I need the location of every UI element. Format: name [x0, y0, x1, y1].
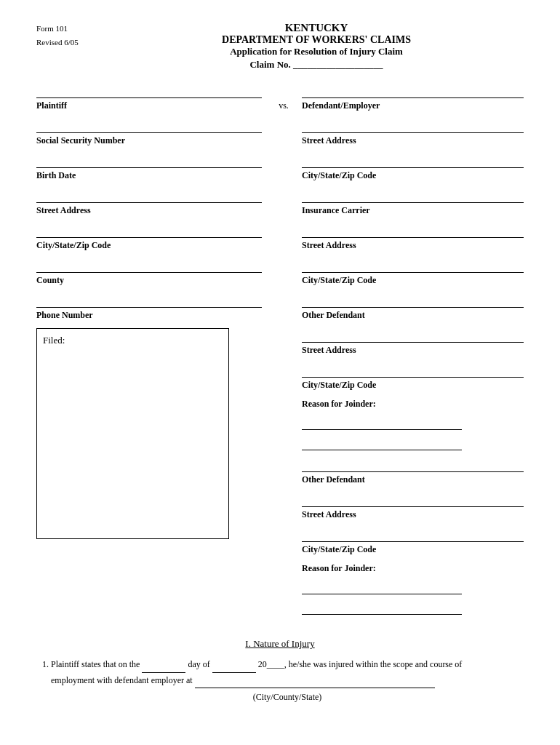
- revised-date: Revised 6/05: [36, 36, 109, 49]
- para1-after: he/she was injured within the scope and …: [289, 659, 463, 669]
- city-state-zip-label-left: City/State/Zip Code: [36, 240, 111, 250]
- para1-text-before: Plaintiff states that on the: [51, 659, 140, 669]
- city-state-zip-label-right4: City/State/Zip Code: [302, 544, 376, 554]
- defendant-employer-label: Defendant/Employer: [302, 100, 380, 111]
- other-defendant2-label: Other Defendant: [302, 474, 365, 485]
- reason-joinder2-label: Reason for Joinder:: [302, 563, 376, 573]
- plaintiff-label: Plaintiff: [36, 100, 67, 111]
- form-number: Form 101: [36, 22, 109, 36]
- employer-location-blank[interactable]: [195, 677, 435, 688]
- filed-label: Filed:: [43, 335, 65, 346]
- city-county-state-label: (City/County/State): [51, 690, 524, 706]
- county-label: County: [36, 275, 64, 285]
- title-kentucky: KENTUCKY: [109, 22, 524, 34]
- city-state-zip-label-right2: City/State/Zip Code: [302, 275, 376, 285]
- insurance-carrier-label: Insurance Carrier: [302, 205, 370, 215]
- street-address-label-right4: Street Address: [302, 509, 356, 519]
- section-nature-title: I. Nature of Injury: [36, 638, 524, 650]
- day-blank[interactable]: [142, 661, 185, 673]
- street-address-label-right3: Street Address: [302, 345, 356, 355]
- para1-day-of: day of: [188, 659, 209, 669]
- month-blank[interactable]: [212, 661, 256, 673]
- phone-label: Phone Number: [36, 310, 93, 320]
- birth-date-label: Birth Date: [36, 170, 76, 180]
- city-state-zip-label-right3: City/State/Zip Code: [302, 380, 376, 390]
- filed-box: Filed:: [36, 328, 229, 539]
- street-address-label-right1: Street Address: [302, 135, 356, 146]
- para1-year: 20____,: [258, 659, 287, 669]
- reason-joinder-label: Reason for Joinder:: [302, 399, 376, 409]
- title-dept: DEPARTMENT OF WORKERS' CLAIMS: [109, 34, 524, 46]
- paragraph-1: Plaintiff states that on the day of 20__…: [51, 657, 524, 706]
- street-address-label-left: Street Address: [36, 205, 91, 215]
- title-app: Application for Resolution of Injury Cla…: [109, 46, 524, 57]
- city-state-zip-label-right1: City/State/Zip Code: [302, 170, 376, 180]
- para1-line2: employment with defendant employer at: [51, 675, 193, 685]
- vs-label: vs.: [279, 100, 289, 111]
- claim-line: Claim No. ___________________: [109, 59, 524, 71]
- other-defendant-label: Other Defendant: [302, 310, 365, 320]
- ssn-label: Social Security Number: [36, 135, 125, 146]
- street-address-label-right2: Street Address: [302, 240, 356, 250]
